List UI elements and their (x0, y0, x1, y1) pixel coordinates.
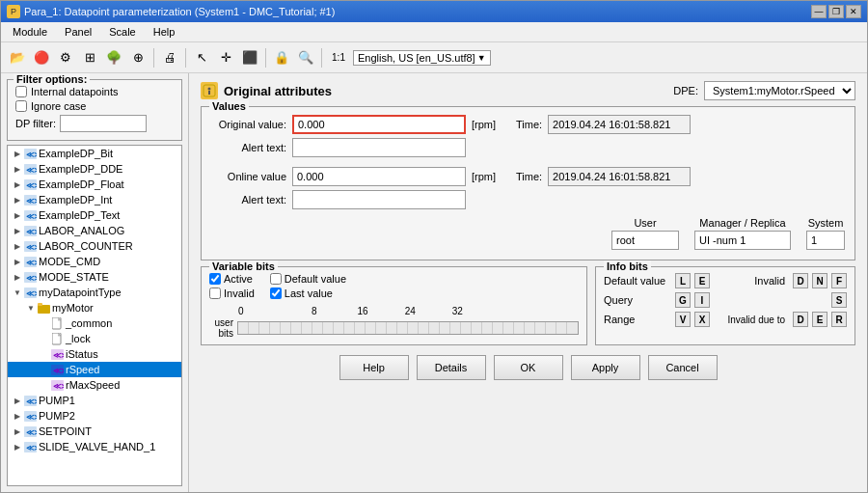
toolbar-tree-icon[interactable]: 🌳 (103, 47, 124, 68)
user-bit-cell[interactable] (238, 322, 249, 334)
invalid-bit-D[interactable]: D (793, 273, 808, 288)
details-button[interactable]: Details (417, 355, 486, 380)
tree-expand-icon[interactable]: ▶ (12, 209, 23, 221)
query-bit-I[interactable]: I (694, 292, 710, 308)
tree-item[interactable]: ▶≪≫ExampleDP_Float (8, 177, 181, 192)
menu-scale[interactable]: Scale (101, 24, 144, 40)
apply-button[interactable]: Apply (571, 355, 640, 380)
tree-item[interactable]: ▶≪≫PUMP1 (8, 393, 181, 408)
cancel-button[interactable]: Cancel (648, 355, 718, 380)
user-bit-cell[interactable] (556, 322, 567, 334)
dp-filter-input[interactable] (60, 115, 147, 132)
user-bit-cell[interactable] (493, 322, 503, 334)
minimize-button[interactable]: — (811, 5, 827, 18)
user-bit-cell[interactable] (450, 322, 461, 334)
user-bit-cell[interactable] (567, 322, 578, 334)
toolbar-ratio-icon[interactable]: 1:1 (327, 47, 350, 68)
locale-selector[interactable]: English, US [en_US.utf8] ▼ (353, 50, 491, 66)
last-value-checkbox[interactable] (270, 288, 282, 299)
alert-text-input-2[interactable] (292, 190, 466, 209)
invalid-due-to-bit-D[interactable]: D (793, 312, 808, 327)
user-bit-cell[interactable] (472, 322, 482, 334)
tree-expand-icon[interactable]: ▶ (12, 240, 23, 252)
user-bit-cell[interactable] (344, 322, 355, 334)
invalid-due-to-bit-R[interactable]: R (831, 312, 847, 327)
alert-text-input-1[interactable] (292, 138, 466, 157)
invalid-bit-N[interactable]: N (812, 273, 827, 288)
user-bit-cell[interactable] (419, 322, 429, 334)
tree-expand-icon[interactable] (39, 348, 50, 360)
original-value-input[interactable] (292, 115, 466, 134)
restore-button[interactable]: ❐ (828, 5, 844, 18)
time-value-2[interactable] (548, 167, 691, 186)
user-bit-cell[interactable] (312, 322, 323, 334)
user-bit-cell[interactable] (535, 322, 546, 334)
tree-item[interactable]: ▶≪≫LABOR_ANALOG (8, 223, 181, 238)
toolbar-search-icon[interactable]: 🔍 (295, 47, 316, 68)
toolbar-grid-icon[interactable]: ⊞ (79, 47, 100, 68)
user-bit-cell[interactable] (514, 322, 525, 334)
toolbar-open-icon[interactable]: 📂 (7, 47, 28, 68)
tree-item[interactable]: ▶≪≫MODE_STATE (8, 269, 181, 285)
range-bit-V[interactable]: V (675, 312, 691, 327)
user-bit-cell[interactable] (249, 322, 259, 334)
tree-expand-icon[interactable]: ▶ (12, 256, 23, 267)
close-button[interactable]: ✕ (846, 5, 861, 18)
help-button[interactable]: Help (339, 355, 409, 380)
menu-help[interactable]: Help (146, 24, 183, 40)
tree-expand-icon[interactable] (39, 364, 50, 375)
toolbar-zoom-icon[interactable]: ⬛ (239, 47, 260, 68)
user-bit-cell[interactable] (387, 322, 397, 334)
tree-item[interactable]: ▶≪≫ExampleDP_Text (8, 207, 181, 223)
default-value-bit-E[interactable]: E (694, 273, 710, 288)
user-bit-cell[interactable] (366, 322, 376, 334)
tree-item[interactable]: ≪≫rMaxSpeed (8, 377, 181, 393)
tree-expand-icon[interactable]: ▶ (12, 178, 23, 190)
toolbar-cursor-icon[interactable]: ↖ (191, 47, 212, 68)
user-bit-cell[interactable] (281, 322, 291, 334)
tree-item[interactable]: ▼myMotor (8, 300, 181, 315)
menu-panel[interactable]: Panel (57, 24, 99, 40)
tree-expand-icon[interactable]: ▶ (12, 194, 23, 205)
user-bit-cell[interactable] (461, 322, 472, 334)
dpe-select[interactable]: System1:myMotor.rSpeed (704, 81, 855, 100)
active-checkbox[interactable] (209, 273, 221, 285)
tree-expand-icon[interactable]: ▶ (12, 271, 23, 283)
user-bit-cell[interactable] (546, 322, 556, 334)
user-bit-cell[interactable] (525, 322, 535, 334)
default-value-bit-L[interactable]: L (675, 273, 691, 288)
invalid-bit-F[interactable]: F (831, 273, 847, 288)
manager-input[interactable] (694, 231, 791, 250)
user-bit-cell[interactable] (323, 322, 334, 334)
toolbar-move-icon[interactable]: ✛ (215, 47, 236, 68)
tree-item[interactable]: _common (8, 315, 181, 331)
user-bit-cell[interactable] (397, 322, 408, 334)
tree-item[interactable]: _lock (8, 331, 181, 346)
tree-expand-icon[interactable]: ▶ (12, 410, 23, 422)
invalid-due-to-bit-E[interactable]: E (812, 312, 827, 327)
tree-expand-icon[interactable] (39, 317, 50, 329)
tree-expand-icon[interactable]: ▶ (12, 441, 23, 452)
toolbar-settings-icon[interactable]: ⚙ (55, 47, 76, 68)
user-input[interactable] (611, 231, 679, 250)
ignore-case-checkbox[interactable] (15, 100, 27, 112)
user-bit-cell[interactable] (259, 322, 270, 334)
tree-expand-icon[interactable]: ▶ (12, 148, 23, 159)
tree-expand-icon[interactable]: ▼ (12, 287, 23, 298)
user-bit-cell[interactable] (376, 322, 387, 334)
tree-item[interactable]: ▶≪≫ExampleDP_Int (8, 192, 181, 207)
menu-module[interactable]: Module (5, 24, 55, 40)
default-value-checkbox[interactable] (270, 273, 282, 285)
system-input[interactable] (806, 231, 845, 250)
ok-button[interactable]: OK (494, 355, 563, 380)
toolbar-print-icon[interactable]: 🖨 (159, 47, 180, 68)
user-bit-cell[interactable] (408, 322, 419, 334)
internal-datapoints-checkbox[interactable] (15, 86, 27, 97)
tree-item[interactable]: ▶≪≫SLIDE_VALVE_HAND_1 (8, 439, 181, 454)
tree-expand-icon[interactable]: ▶ (12, 163, 23, 175)
user-bit-cell[interactable] (355, 322, 366, 334)
tree-item[interactable]: ≪≫rSpeed (8, 362, 181, 377)
user-bit-cell[interactable] (270, 322, 281, 334)
tree-item[interactable]: ▶≪≫MODE_CMD (8, 254, 181, 269)
time-value-1[interactable] (548, 115, 691, 134)
